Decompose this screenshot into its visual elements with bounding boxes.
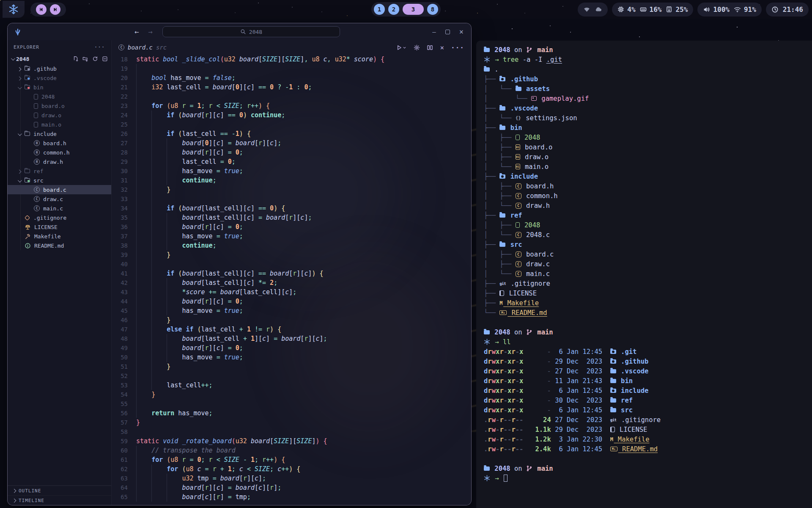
tree-item-.gitignore[interactable]: .gitignore bbox=[8, 213, 111, 222]
more-actions-button[interactable]: ··· bbox=[451, 44, 464, 52]
code-line-24[interactable]: 24 if (board[r][c] == 0) continue; bbox=[112, 110, 471, 120]
vscode-titlebar[interactable]: ← → 2048 – × bbox=[8, 23, 471, 40]
code-line-27[interactable]: 27 board[0][c] = board[r][c]; bbox=[112, 138, 471, 148]
code-line-50[interactable]: 50 has_move = true; bbox=[112, 353, 471, 362]
code-line-28[interactable]: 28 board[r][c] = 0; bbox=[112, 148, 471, 157]
code-line-52[interactable]: 52 bbox=[112, 371, 471, 381]
media-next-button[interactable] bbox=[50, 4, 60, 15]
code-line-37[interactable]: 37 has_move = true; bbox=[112, 232, 471, 241]
timeline-section[interactable]: TIMELINE bbox=[8, 495, 111, 505]
code-line-23[interactable]: 23 for (u8 r = 1; r < SIZE; r++) { bbox=[112, 101, 471, 110]
tab-board-c[interactable]: C board.c src bbox=[118, 44, 167, 51]
tree-item-src[interactable]: src bbox=[8, 176, 111, 185]
code-line-33[interactable]: 33 bbox=[112, 194, 471, 204]
back-arrow-icon[interactable]: ← bbox=[134, 28, 139, 36]
tree-item-README.md[interactable]: README.md bbox=[8, 241, 111, 250]
new-folder-button[interactable] bbox=[82, 56, 88, 62]
code-line-25[interactable]: 25 bbox=[112, 120, 471, 129]
code-line-60[interactable]: 60 // transpose the board bbox=[112, 446, 471, 455]
network-module[interactable] bbox=[578, 3, 608, 17]
code-line-32[interactable]: 32 } bbox=[112, 185, 471, 194]
code-line-36[interactable]: 36 board[r][c] = 0; bbox=[112, 222, 471, 232]
code-line-41[interactable]: 41 if (board[last_cell][c] == board[r][c… bbox=[112, 269, 471, 278]
code-line-61[interactable]: 61 for (u8 r = 0; r < SIZE - 1; r++) { bbox=[112, 455, 471, 464]
code-line-54[interactable]: 54 } bbox=[112, 390, 471, 399]
command-center-search[interactable]: 2048 bbox=[162, 26, 340, 37]
tree-item-LICENSE[interactable]: LICENSE bbox=[8, 222, 111, 232]
collapse-folders-button[interactable] bbox=[102, 56, 108, 62]
new-file-button[interactable] bbox=[73, 56, 79, 62]
split-editor-button[interactable] bbox=[427, 44, 433, 51]
code-line-19[interactable]: 19 bbox=[112, 64, 471, 73]
maximize-button[interactable] bbox=[445, 30, 450, 34]
tree-item-Makefile[interactable]: Makefile bbox=[8, 232, 111, 241]
code-line-21[interactable]: 21 i32 last_cell = board[0][c] == 0 ? -1… bbox=[112, 83, 471, 92]
code-line-48[interactable]: 48 board[last_cell + 1][c] = board[r][c]… bbox=[112, 334, 471, 343]
minimize-button[interactable]: – bbox=[432, 28, 436, 35]
code-line-46[interactable]: 46 } bbox=[112, 315, 471, 325]
settings-gear-button[interactable] bbox=[414, 44, 420, 51]
code-line-34[interactable]: 34 if (board[last_cell][c] == 0) { bbox=[112, 204, 471, 213]
workspace-3-active[interactable]: 3 bbox=[403, 4, 424, 15]
code-line-18[interactable]: 18static bool _slide_col(u32 board[SIZE]… bbox=[112, 55, 471, 64]
code-line-43[interactable]: 43 *score += board[last_cell][c]; bbox=[112, 287, 471, 297]
audio-network-module[interactable]: 100% 91% bbox=[697, 3, 761, 17]
run-debug-button[interactable] bbox=[396, 44, 407, 51]
tree-item-main.o[interactable]: main.o bbox=[8, 120, 111, 129]
explorer-more-button[interactable]: ··· bbox=[94, 44, 105, 50]
close-button[interactable]: × bbox=[459, 28, 464, 36]
code-line-38[interactable]: 38 continue; bbox=[112, 241, 471, 250]
workspace-1[interactable]: 1 bbox=[374, 4, 385, 15]
tree-item-board.o[interactable]: board.o bbox=[8, 101, 111, 110]
code-line-58[interactable]: 58 bbox=[112, 427, 471, 436]
close-editor-button[interactable]: × bbox=[440, 44, 444, 52]
code-line-49[interactable]: 49 board[r][c] = 0; bbox=[112, 343, 471, 353]
tree-item-draw.o[interactable]: draw.o bbox=[8, 110, 111, 120]
explorer-root-folder[interactable]: 2048 bbox=[8, 54, 111, 64]
workspace-2[interactable]: 2 bbox=[388, 4, 399, 15]
code-line-35[interactable]: 35 board[last_cell][c] = board[r][c]; bbox=[112, 213, 471, 222]
media-previous-button[interactable] bbox=[36, 4, 47, 15]
tree-item-draw.h[interactable]: Hdraw.h bbox=[8, 157, 111, 166]
code-line-30[interactable]: 30 has_move = true; bbox=[112, 166, 471, 176]
outline-section[interactable]: OUTLINE bbox=[8, 486, 111, 495]
tree-item-ref[interactable]: ref bbox=[8, 166, 111, 176]
tree-item-.github[interactable]: .github bbox=[8, 64, 111, 73]
tree-item-common.h[interactable]: Hcommon.h bbox=[8, 148, 111, 157]
refresh-explorer-button[interactable] bbox=[92, 56, 98, 62]
code-line-59[interactable]: 59static void _rotate_board(u32 board[SI… bbox=[112, 436, 471, 446]
code-line-44[interactable]: 44 board[r][c] = 0; bbox=[112, 297, 471, 306]
code-line-26[interactable]: 26 if (last_cell == -1) { bbox=[112, 129, 471, 138]
clock-module[interactable]: 21:46 bbox=[766, 3, 809, 17]
code-line-57[interactable]: 57} bbox=[112, 418, 471, 427]
tree-item-draw.c[interactable]: Cdraw.c bbox=[8, 194, 111, 204]
code-line-39[interactable]: 39 } bbox=[112, 250, 471, 260]
code-line-47[interactable]: 47 else if (last_cell + 1 != r) { bbox=[112, 325, 471, 334]
terminal-window[interactable]: 2048 on main → tree -a -I .git .├── .git… bbox=[476, 41, 812, 508]
tree-item-board.h[interactable]: Hboard.h bbox=[8, 138, 111, 148]
forward-arrow-icon[interactable]: → bbox=[148, 28, 152, 36]
tree-item-main.c[interactable]: Cmain.c bbox=[8, 204, 111, 213]
workspace-8[interactable]: 8 bbox=[427, 4, 438, 15]
tree-item-board.c[interactable]: Cboard.c bbox=[8, 185, 111, 194]
code-line-40[interactable]: 40 bbox=[112, 260, 471, 269]
launcher-button[interactable] bbox=[3, 1, 25, 18]
code-line-62[interactable]: 62 for (u8 c = r + 1; c < SIZE; c++) { bbox=[112, 464, 471, 474]
code-line-51[interactable]: 51 } bbox=[112, 362, 471, 371]
code-line-55[interactable]: 55 bbox=[112, 399, 471, 409]
tree-item-2048[interactable]: 2048 bbox=[8, 92, 111, 101]
code-line-64[interactable]: 64 board[r][c] = board[c][r]; bbox=[112, 483, 471, 492]
tree-item-.vscode[interactable]: .vscode bbox=[8, 73, 111, 83]
code-line-45[interactable]: 45 has_move = true; bbox=[112, 306, 471, 315]
code-line-63[interactable]: 63 u32 tmp = board[r][c]; bbox=[112, 474, 471, 483]
code-line-20[interactable]: 20 bool has_move = false; bbox=[112, 73, 471, 83]
code-line-56[interactable]: 56 return has_move; bbox=[112, 409, 471, 418]
tree-item-bin[interactable]: bin bbox=[8, 83, 111, 92]
system-stats-module[interactable]: 4% 16% 25% bbox=[612, 3, 693, 17]
code-line-65[interactable]: 65 board[c][r] = tmp; bbox=[112, 492, 471, 502]
code-line-22[interactable]: 22 bbox=[112, 92, 471, 101]
code-line-42[interactable]: 42 board[last_cell][c] *= 2; bbox=[112, 278, 471, 287]
code-line-53[interactable]: 53 last_cell++; bbox=[112, 381, 471, 390]
tree-item-include[interactable]: include bbox=[8, 129, 111, 138]
code-line-29[interactable]: 29 last_cell = 0; bbox=[112, 157, 471, 166]
